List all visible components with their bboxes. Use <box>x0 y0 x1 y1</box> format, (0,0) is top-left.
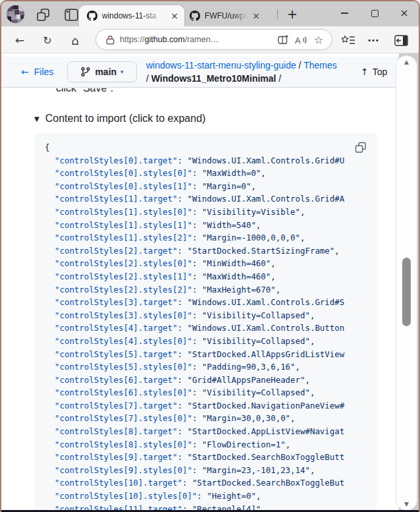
files-label: Files <box>34 67 54 77</box>
files-back-link[interactable]: ← Files <box>21 67 53 77</box>
code-line: "controlStyles[4].target": "Windows.UI.X… <box>45 322 366 335</box>
code-line: "controlStyles[1].target": "Windows.UI.X… <box>45 192 366 206</box>
breadcrumb-separator: / <box>296 60 303 71</box>
code-line: "controlStyles[4].styles[0]": "Visibilit… <box>45 335 366 348</box>
code-line: "controlStyles[2].styles[1]": "MaxWidth=… <box>45 270 366 283</box>
profile-avatar[interactable] <box>7 5 24 23</box>
back-button[interactable]: ← <box>11 32 28 49</box>
code-line: "controlStyles[3].target": "Windows.UI.X… <box>45 296 366 309</box>
code-line: "controlStyles[10].styles[0]": "Height=0… <box>45 490 366 503</box>
summary-label: Content to import (click to expand) <box>45 113 206 125</box>
address-bar[interactable]: https://github.com/ramen… A ☆ <box>95 29 332 50</box>
branch-name: main <box>95 67 117 77</box>
code-line: "controlStyles[6].target": "Grid#AllApps… <box>45 374 366 387</box>
code-line: "controlStyles[7].target": "StartDocked.… <box>45 399 366 412</box>
url-scheme: https:// <box>120 35 145 44</box>
tab-strip: windows-11-sta × FWFU/uwpspy.r × + × <box>1 1 419 26</box>
tab-title: windows-11-sta <box>102 11 168 20</box>
code-line: "controlStyles[7].styles[0]": "Margin=30… <box>45 412 366 425</box>
url-text: https://github.com/ramen… <box>120 35 275 44</box>
workspaces-icon <box>36 8 50 22</box>
code-line: "controlStyles[5].styles[0]": "Padding=9… <box>45 360 366 374</box>
code-block-lines: {"controlStyles[0].target": "Windows.UI.… <box>45 141 366 512</box>
github-sticky-header: ← Files main ▾ windows-11-start-menu-sty… <box>1 57 398 88</box>
tab-close-icon[interactable]: × <box>252 11 260 20</box>
code-line: "controlStyles[0].styles[1]": "Margin=0"… <box>45 180 366 193</box>
code-line: "controlStyles[3].styles[0]": "Visibilit… <box>45 309 366 322</box>
code-line: "controlStyles[8].target": "StartDocked.… <box>45 425 366 438</box>
minimize-icon <box>341 13 348 14</box>
minimize-button[interactable] <box>329 1 359 25</box>
triangle-down-icon: ▼ <box>34 115 39 123</box>
close-window-button[interactable]: × <box>390 1 419 25</box>
code-line: "controlStyles[9].target": "StartDocked.… <box>45 451 366 464</box>
breadcrumb: windows-11-start-menu-styling-guide / Th… <box>146 59 363 85</box>
tab-windows-11-start[interactable]: windows-11-sta × <box>79 5 184 26</box>
code-line: "controlStyles[5].target": "StartDocked.… <box>45 348 366 361</box>
code-line: "controlStyles[1].styles[2]": "Margin=-1… <box>45 231 366 244</box>
back-to-top-link[interactable]: ↑ Top <box>361 67 387 77</box>
browser-window: windows-11-sta × FWFU/uwpspy.r × + × ← ↻… <box>0 0 420 512</box>
favorite-star-icon[interactable]: ☆ <box>311 32 327 47</box>
scrollbar-thumb[interactable] <box>402 258 411 326</box>
git-branch-icon <box>80 67 91 77</box>
up-arrow-icon: ↑ <box>361 67 369 77</box>
breadcrumb-separator: / <box>146 73 151 84</box>
url-path: /ramen… <box>185 35 219 44</box>
code-line: "controlStyles[2].styles[0]": "MinWidth=… <box>45 257 366 270</box>
copy-icon <box>355 142 367 154</box>
tab-divider <box>277 9 278 19</box>
breadcrumb-folder-link[interactable]: Themes <box>303 60 337 71</box>
code-block[interactable]: {"controlStyles[0].target": "Windows.UI.… <box>34 133 377 512</box>
maximize-icon <box>371 10 379 17</box>
page-content: ← Files main ▾ windows-11-start-menu-sty… <box>1 53 399 512</box>
home-button[interactable]: ⌂ <box>66 32 84 49</box>
workspaces-button[interactable] <box>35 7 51 22</box>
github-logo-icon <box>190 11 200 21</box>
top-label: Top <box>373 67 388 77</box>
read-aloud-button[interactable]: A <box>293 32 309 47</box>
split-screen-button[interactable] <box>275 32 291 47</box>
favorites-button[interactable] <box>340 32 357 49</box>
code-line: "controlStyles[2].styles[2]": "MaxHeight… <box>45 283 366 297</box>
new-tab-button[interactable]: + <box>284 6 300 22</box>
page-scrollbar[interactable]: ▲ ▼ <box>396 55 417 511</box>
scroll-down-icon[interactable]: ▼ <box>396 501 417 507</box>
refresh-button[interactable]: ↻ <box>39 32 56 49</box>
sidebar-toggle-button[interactable] <box>392 32 409 49</box>
sidebar-toggle-icon <box>394 35 408 46</box>
github-logo-icon <box>87 11 97 21</box>
tab-close-icon[interactable]: × <box>171 11 178 20</box>
maximize-button[interactable] <box>359 1 390 25</box>
code-line: "controlStyles[1].styles[1]": "Width=540… <box>45 219 366 232</box>
favorites-list-icon <box>341 35 355 45</box>
breadcrumb-separator: / <box>276 73 281 84</box>
code-line: "controlStyles[8].styles[0]": "FlowDirec… <box>45 438 366 451</box>
settings-menu-button[interactable]: ••• <box>365 32 382 49</box>
code-line: "controlStyles[1].styles[0]": "Visibilit… <box>45 206 366 219</box>
tab-fwfu-uwpspy[interactable]: FWFU/uwpspy.r × <box>187 5 266 26</box>
breadcrumb-repo-link[interactable]: windows-11-start-menu-styling-guide <box>146 60 296 71</box>
lock-icon[interactable] <box>106 35 115 45</box>
code-line: "controlStyles[0].styles[0]": "MaxWidth=… <box>45 167 366 180</box>
details-summary[interactable]: ▼ Content to import (click to expand) <box>34 113 205 125</box>
back-arrow-icon: ← <box>21 67 29 77</box>
branch-selector-button[interactable]: main ▾ <box>67 61 137 82</box>
tab-actions-icon <box>65 9 78 21</box>
tab-title: FWFU/uwpspy.r <box>205 11 249 20</box>
code-line: "controlStyles[6].styles[0]": "Visibilit… <box>45 386 366 399</box>
copy-button[interactable] <box>354 141 367 154</box>
code-line: "controlStyles[9].styles[0]": "Margin=23… <box>45 464 366 477</box>
clipped-text-line: click “Save”. <box>56 88 113 98</box>
browser-toolbar: ← ↻ ⌂ https://github.com/ramen… A ☆ <box>1 26 419 53</box>
code-line: "controlStyles[10].target": "StartDocked… <box>45 476 366 490</box>
scroll-up-icon[interactable]: ▲ <box>396 59 417 65</box>
avatar-image <box>7 5 24 23</box>
close-icon: × <box>400 8 408 18</box>
code-line: { <box>45 141 366 154</box>
code-line: "controlStyles[0].target": "Windows.UI.X… <box>45 154 366 167</box>
svg-text:A: A <box>295 36 301 45</box>
tab-actions-button[interactable] <box>63 7 79 22</box>
breadcrumb-current: Windows11_Metro10Minimal <box>151 73 276 84</box>
chevron-down-icon: ▾ <box>120 69 124 75</box>
